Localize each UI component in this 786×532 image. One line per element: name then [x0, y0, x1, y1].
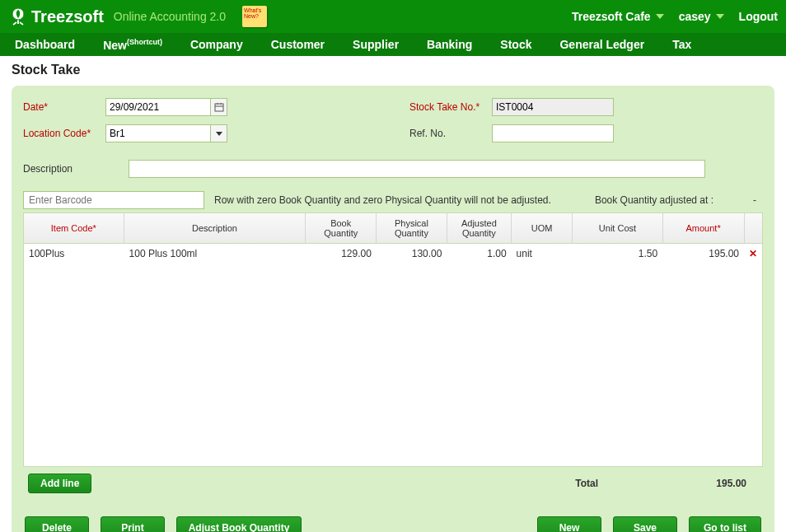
ref-label: Ref. No.	[409, 128, 492, 139]
logout-link[interactable]: Logout	[739, 10, 778, 23]
add-line-button[interactable]: Add line	[28, 474, 91, 493]
cell-amount[interactable]: 195.00	[662, 246, 744, 261]
nav-company[interactable]: Company	[190, 38, 243, 51]
delete-button[interactable]: Delete	[25, 516, 89, 532]
chevron-down-icon	[656, 14, 664, 19]
nav-customer[interactable]: Customer	[271, 38, 325, 51]
description-label: Description	[23, 163, 129, 175]
col-delete	[745, 213, 762, 243]
col-unit-cost[interactable]: Unit Cost	[573, 213, 662, 243]
chevron-down-icon	[716, 14, 724, 19]
save-button[interactable]: Save	[613, 516, 677, 532]
description-input[interactable]	[129, 160, 705, 178]
ref-input[interactable]	[492, 124, 614, 142]
cell-description[interactable]: 100 Plus 100ml	[124, 246, 306, 261]
chevron-down-icon	[216, 132, 222, 136]
cell-item-code[interactable]: 100Plus	[24, 246, 124, 261]
user-dropdown[interactable]: casey	[679, 10, 724, 23]
whats-new-sticky[interactable]: What's New?	[242, 6, 267, 27]
user-name: casey	[679, 10, 711, 23]
go-to-list-button[interactable]: Go to list	[689, 516, 761, 532]
total-label: Total	[575, 478, 598, 489]
nav-stock[interactable]: Stock	[500, 38, 531, 51]
date-picker-button[interactable]	[211, 98, 227, 116]
nav-banking[interactable]: Banking	[427, 38, 472, 51]
page-title: Stock Take	[12, 63, 774, 77]
brand-logo[interactable]: Treezsoft	[8, 7, 104, 26]
calendar-icon	[214, 102, 224, 112]
barcode-input[interactable]	[23, 191, 204, 209]
table-header: Item Code* Description BookQuantity Phys…	[24, 213, 762, 244]
company-name: Treezsoft Cafe	[572, 10, 651, 23]
svg-rect-3	[215, 104, 223, 111]
location-dropdown-button[interactable]	[211, 124, 227, 142]
nav-general-ledger[interactable]: General Ledger	[559, 38, 644, 51]
col-book-qty[interactable]: BookQuantity	[306, 213, 377, 243]
bq-adjusted-value: -	[746, 194, 763, 206]
items-table: Item Code* Description BookQuantity Phys…	[23, 212, 763, 467]
main-nav: Dashboard New(Shortcut) Company Customer…	[0, 33, 786, 56]
stock-no-input[interactable]	[492, 98, 614, 116]
cell-uom[interactable]: unit	[512, 246, 573, 261]
cell-phys-qty[interactable]: 130.00	[377, 246, 447, 261]
col-amount[interactable]: Amount*	[663, 213, 745, 243]
nav-dashboard[interactable]: Dashboard	[15, 38, 75, 51]
cell-adj-qty[interactable]: 1.00	[447, 246, 511, 261]
header-bar: Treezsoft Online Accounting 2.0 What's N…	[0, 0, 786, 33]
nav-tax[interactable]: Tax	[672, 38, 691, 51]
row-delete-button[interactable]: ✕	[744, 246, 762, 261]
bq-adjusted-label: Book Quantity adjusted at :	[595, 194, 713, 206]
col-adjusted-qty[interactable]: AdjustedQuantity	[447, 213, 512, 243]
date-label: Date*	[23, 101, 105, 113]
col-physical-qty[interactable]: PhysicalQuantity	[377, 213, 447, 243]
col-item-code[interactable]: Item Code*	[24, 213, 124, 243]
print-button[interactable]: Print	[101, 516, 165, 532]
col-uom[interactable]: UOM	[512, 213, 573, 243]
cell-book-qty[interactable]: 129.00	[306, 246, 377, 261]
barcode-note: Row with zero Book Quantity and zero Phy…	[214, 194, 551, 206]
date-input[interactable]	[105, 98, 211, 116]
table-body: 100Plus 100 Plus 100ml 129.00 130.00 1.0…	[24, 244, 762, 466]
tree-icon	[8, 7, 28, 26]
new-button[interactable]: New	[537, 516, 601, 532]
company-dropdown[interactable]: Treezsoft Cafe	[572, 10, 664, 23]
location-label: Location Code*	[23, 128, 105, 139]
brand-name: Treezsoft	[31, 7, 104, 26]
col-description[interactable]: Description	[124, 213, 306, 243]
nav-supplier[interactable]: Supplier	[353, 38, 399, 51]
nav-new[interactable]: New(Shortcut)	[103, 38, 162, 52]
svg-rect-1	[17, 18, 19, 24]
adjust-book-qty-button[interactable]: Adjust Book Quantity	[176, 516, 302, 532]
total-value: 195.00	[689, 478, 746, 489]
table-row[interactable]: 100Plus 100 Plus 100ml 129.00 130.00 1.0…	[24, 244, 762, 264]
stock-no-label: Stock Take No.*	[409, 101, 492, 113]
location-select[interactable]	[105, 124, 211, 142]
cell-unit-cost[interactable]: 1.50	[573, 246, 662, 261]
tagline: Online Accounting 2.0	[114, 10, 226, 23]
main-panel: Date* Location Code*	[12, 86, 774, 532]
